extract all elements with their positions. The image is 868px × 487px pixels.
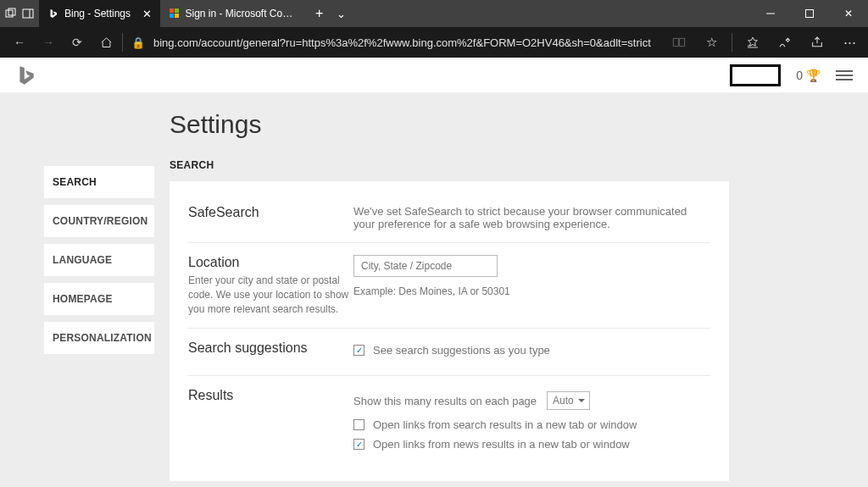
section-label-search: SEARCH: [170, 159, 729, 171]
suggestions-checkbox[interactable]: See search suggestions as you type: [353, 344, 710, 357]
newtab-news-label: Open links from news results in a new ta…: [373, 438, 630, 451]
location-example: Example: Des Moines, IA or 50301: [353, 285, 710, 297]
home-button[interactable]: [92, 27, 120, 58]
back-button[interactable]: ←: [5, 27, 34, 58]
svg-rect-0: [6, 10, 13, 17]
safesearch-body: We've set SafeSearch to strict because y…: [353, 205, 710, 230]
suggestions-label: See search suggestions as you type: [373, 344, 550, 357]
svg-rect-4: [170, 8, 174, 13]
favorites-list-icon[interactable]: [739, 27, 766, 58]
page-title: Settings: [170, 110, 729, 139]
bing-logo[interactable]: [15, 64, 37, 86]
page-header: 0 🏆: [0, 58, 868, 93]
location-desc: Enter your city and state or postal code…: [188, 274, 353, 316]
rewards-points[interactable]: 0: [796, 69, 803, 82]
sidebar-item-homepage[interactable]: HOMEPAGE: [44, 283, 154, 315]
tab-title: Bing - Settings: [64, 8, 131, 19]
svg-rect-5: [175, 8, 179, 13]
suggestions-row: Search suggestions See search suggestion…: [188, 329, 710, 376]
signin-box[interactable]: [730, 64, 781, 86]
newtab-news-checkbox[interactable]: Open links from news results in a new ta…: [353, 438, 710, 451]
notes-icon[interactable]: [771, 27, 798, 58]
window-system-icons: [0, 8, 39, 19]
location-row: Location Enter your city and state or po…: [188, 243, 710, 329]
more-icon[interactable]: ⋯: [836, 27, 863, 58]
address-bar[interactable]: 🔒 bing.com/account/general?ru=https%3a%2…: [125, 36, 665, 49]
tabs-chevron-icon[interactable]: ⌄: [330, 8, 353, 20]
sidebar-item-language[interactable]: LANGUAGE: [44, 244, 154, 276]
svg-rect-7: [175, 14, 179, 18]
favorite-star-icon[interactable]: ☆: [698, 27, 725, 58]
url-text: bing.com/account/general?ru=https%3a%2f%…: [153, 36, 651, 49]
settings-sidebar: SEARCH COUNTRY/REGION LANGUAGE HOMEPAGE …: [44, 166, 154, 354]
minimize-button[interactable]: [751, 0, 790, 27]
newtab-search-label: Open links from search results in a new …: [373, 418, 637, 431]
checkbox-icon: [353, 345, 364, 356]
close-tab-icon[interactable]: ✕: [142, 8, 152, 20]
results-row: Results Show this many results on each p…: [188, 376, 710, 469]
forward-button[interactable]: →: [34, 27, 63, 58]
results-heading: Results: [188, 388, 353, 403]
hamburger-menu[interactable]: [836, 68, 853, 83]
close-window-button[interactable]: ✕: [829, 0, 868, 27]
sidebar-item-country[interactable]: COUNTRY/REGION: [44, 205, 154, 237]
location-heading: Location: [188, 255, 353, 270]
new-tab-button[interactable]: +: [309, 6, 330, 21]
refresh-button[interactable]: ⟳: [63, 27, 92, 58]
content-area: SEARCH COUNTRY/REGION LANGUAGE HOMEPAGE …: [0, 93, 868, 487]
maximize-button[interactable]: [790, 0, 829, 27]
rewards-medal-icon[interactable]: 🏆: [806, 69, 821, 82]
svg-rect-6: [170, 14, 174, 18]
browser-toolbar: ← → ⟳ 🔒 bing.com/account/general?ru=http…: [0, 27, 868, 58]
suggestions-heading: Search suggestions: [188, 340, 353, 356]
tab-aside-icon[interactable]: [22, 8, 34, 19]
safesearch-heading: SafeSearch: [188, 205, 353, 220]
results-perpage-label: Show this many results on each page: [353, 395, 537, 407]
svg-rect-1: [8, 8, 15, 15]
safesearch-row: SafeSearch We've set SafeSearch to stric…: [188, 193, 710, 243]
tab-overview-icon[interactable]: [5, 8, 17, 19]
svg-rect-9: [806, 10, 814, 18]
share-icon[interactable]: [804, 27, 831, 58]
newtab-search-checkbox[interactable]: Open links from search results in a new …: [353, 418, 710, 431]
results-perpage-select[interactable]: Auto: [547, 391, 590, 410]
tab-title: Sign in - Microsoft Commu: [185, 8, 300, 19]
location-input[interactable]: [353, 255, 498, 277]
checkbox-icon: [353, 419, 364, 430]
browser-tab-active[interactable]: Bing - Settings ✕: [39, 0, 160, 27]
ms-favicon: [169, 8, 180, 19]
sidebar-item-search[interactable]: SEARCH: [44, 166, 154, 198]
lock-icon: 🔒: [131, 36, 145, 49]
browser-tab[interactable]: Sign in - Microsoft Commu: [160, 0, 309, 27]
search-panel: SafeSearch We've set SafeSearch to stric…: [170, 181, 729, 481]
sidebar-item-personalization[interactable]: PERSONALIZATION: [44, 322, 154, 354]
svg-rect-2: [23, 9, 33, 18]
reading-view-icon[interactable]: [665, 27, 693, 58]
window-titlebar: Bing - Settings ✕ Sign in - Microsoft Co…: [0, 0, 868, 27]
bing-favicon: [47, 8, 59, 19]
checkbox-icon: [353, 439, 364, 450]
